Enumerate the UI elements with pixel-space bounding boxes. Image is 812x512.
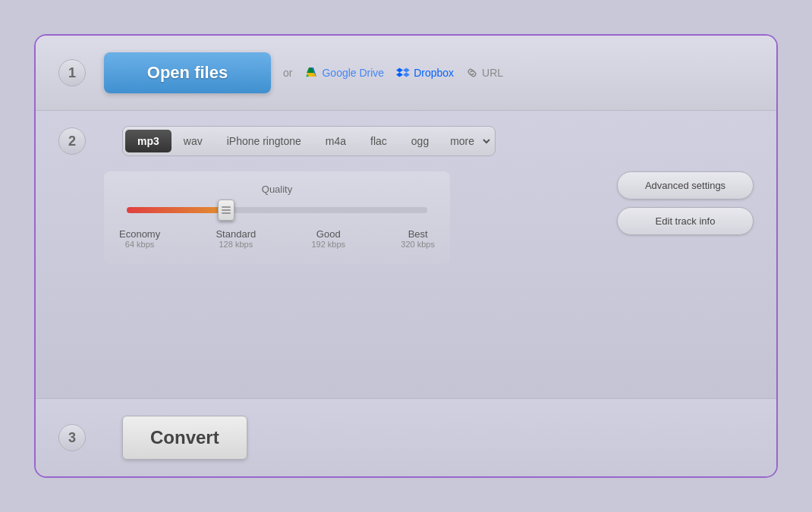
format-tabs: mp3 wav iPhone ringtone m4a flac ogg <box>122 126 496 156</box>
section-2-header: 2 mp3 wav iPhone ringtone m4a flac <box>58 126 754 156</box>
quality-container: Quality <box>104 171 450 264</box>
url-icon <box>466 67 478 79</box>
tab-iphone-ringtone[interactable]: iPhone ringtone <box>215 130 313 152</box>
cloud-links: Google Drive Dropbox URL <box>304 66 503 80</box>
marker-best: Best 320 kbps <box>401 228 435 249</box>
or-text: or <box>283 67 292 79</box>
tab-flac[interactable]: flac <box>358 130 399 152</box>
right-buttons: Advanced settings Edit track info <box>617 171 754 264</box>
section-3: 3 Convert <box>36 399 776 476</box>
more-formats-select[interactable]: more <box>441 129 493 153</box>
section-2-content: Quality <box>58 171 754 264</box>
slider-wrapper <box>127 207 427 213</box>
app-container: 1 Open files or Google Drive <box>34 34 778 478</box>
marker-standard: Standard 128 kbps <box>216 228 256 249</box>
quality-markers: Economy 64 kbps Standard 128 kbps Good 1… <box>119 228 435 249</box>
open-files-button[interactable]: Open files <box>104 52 271 93</box>
dropbox-link[interactable]: Dropbox <box>396 66 454 80</box>
dropbox-icon <box>396 66 410 80</box>
section-1: 1 Open files or Google Drive <box>36 36 776 111</box>
tab-wav[interactable]: wav <box>172 130 215 152</box>
step-3-badge: 3 <box>58 424 86 451</box>
google-drive-icon <box>304 66 318 80</box>
marker-economy: Economy 64 kbps <box>119 228 160 249</box>
edit-track-info-button[interactable]: Edit track info <box>617 207 754 235</box>
quality-area: Quality <box>58 171 602 264</box>
url-link[interactable]: URL <box>466 67 503 79</box>
google-drive-link[interactable]: Google Drive <box>304 66 384 80</box>
slider-thumb[interactable] <box>218 199 234 221</box>
step-2-badge: 2 <box>58 127 86 155</box>
convert-button[interactable]: Convert <box>122 416 247 460</box>
advanced-settings-button[interactable]: Advanced settings <box>617 171 754 199</box>
tab-ogg[interactable]: ogg <box>399 130 441 152</box>
section-2: 2 mp3 wav iPhone ringtone m4a flac <box>36 111 776 399</box>
slider-fill <box>127 207 226 213</box>
tab-m4a[interactable]: m4a <box>313 130 358 152</box>
tab-mp3[interactable]: mp3 <box>125 130 172 152</box>
marker-good: Good 192 kbps <box>311 228 345 249</box>
quality-label: Quality <box>119 184 435 195</box>
step-1-badge: 1 <box>58 59 86 86</box>
